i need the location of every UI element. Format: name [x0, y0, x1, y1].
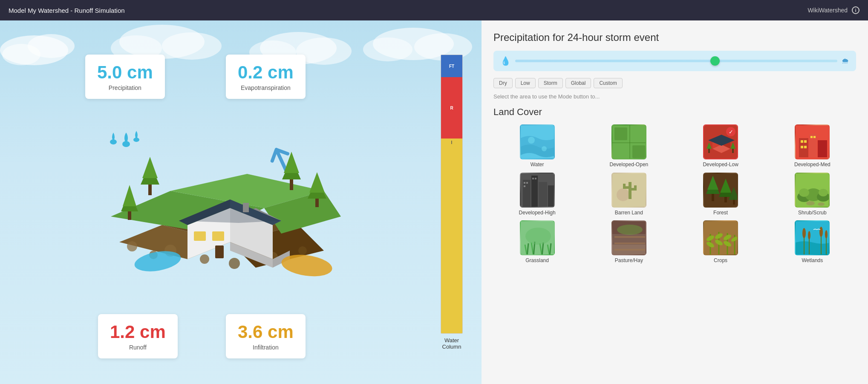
svg-rect-96	[629, 182, 632, 199]
right-panel: Precipitation for 24-hour storm event 💧 …	[482, 20, 868, 384]
svg-rect-49	[194, 231, 206, 241]
crops-tile-svg	[704, 221, 738, 255]
svg-rect-52	[243, 203, 249, 212]
wc-i-segment: I	[441, 139, 462, 333]
label-developed-open: Developed-Open	[610, 162, 649, 168]
land-cover-item-barren-land[interactable]: Barren Land	[585, 173, 672, 217]
land-cover-title: Land Cover	[493, 107, 856, 118]
grassland-tile-svg	[521, 221, 555, 255]
land-cover-item-developed-high[interactable]: Developed-High	[493, 173, 581, 217]
svg-rect-76	[809, 134, 817, 157]
runoff-value: 1.2 cm	[110, 322, 166, 342]
tab-storm[interactable]: Storm	[538, 78, 563, 88]
shrub-tile-svg	[796, 173, 830, 208]
runoff-label: Runoff	[110, 344, 166, 351]
runoff-card: 1.2 cm Runoff	[98, 314, 178, 358]
info-icon[interactable]: i	[852, 6, 859, 14]
svg-rect-92	[532, 178, 534, 179]
svg-point-25	[229, 258, 240, 269]
label-barren-land: Barren Land	[615, 210, 643, 217]
label-crops: Crops	[714, 257, 727, 264]
svg-rect-50	[212, 231, 224, 241]
svg-point-95	[617, 188, 629, 201]
land-cover-thumb-pasture-hay	[611, 220, 646, 255]
land-cover-thumb-grassland	[520, 220, 555, 255]
precip-section-title: Precipitation for 24-hour storm event	[493, 31, 856, 44]
app-header: Model My Watershed - Runoff Simulation W…	[0, 0, 868, 20]
land-cover-item-shrub-scrub[interactable]: Shrub/Scrub	[769, 173, 856, 217]
water-column-label: WaterColumn	[442, 337, 461, 350]
svg-rect-71	[708, 149, 710, 153]
svg-point-58	[528, 137, 535, 144]
dev-med-tile-svg	[796, 125, 830, 159]
land-cover-thumb-crops	[703, 220, 738, 255]
wetlands-tile-svg	[796, 221, 830, 255]
water-tile-svg	[521, 125, 555, 159]
svg-rect-85	[523, 180, 531, 208]
land-cover-item-developed-low[interactable]: ✓ Developed-Low	[677, 124, 764, 168]
svg-point-127	[525, 228, 551, 245]
precipitation-slider-track[interactable]	[515, 60, 837, 62]
svg-rect-61	[614, 127, 627, 140]
app-title: Model My Watershed - Runoff Simulation	[9, 7, 125, 14]
land-cover-thumb-developed-low: ✓	[703, 124, 738, 159]
infiltration-card: 3.6 cm Infiltration	[226, 314, 306, 358]
svg-marker-34	[142, 157, 158, 178]
heavy-rain-icon: 🌧	[842, 57, 849, 66]
land-cover-thumb-developed-open	[611, 124, 646, 159]
svg-rect-81	[804, 146, 807, 148]
main-layout: 5.0 cm Precipitation 0.2 cm Evapotranspi…	[0, 20, 868, 384]
svg-point-114	[799, 188, 809, 197]
svg-point-156	[825, 230, 828, 239]
svg-rect-87	[539, 182, 547, 208]
barren-tile-svg	[612, 173, 646, 208]
tab-low[interactable]: Low	[515, 78, 536, 88]
svg-point-21	[127, 241, 137, 251]
label-shrub-scrub: Shrub/Scrub	[798, 210, 827, 217]
land-cover-item-wetlands[interactable]: Wetlands	[769, 220, 856, 264]
land-cover-item-pasture-hay[interactable]: Pasture/Hay	[585, 220, 672, 264]
slider-thumb[interactable]	[710, 56, 720, 66]
svg-rect-51	[215, 245, 224, 258]
water-column-bar: FT R I	[441, 55, 463, 334]
svg-rect-75	[799, 138, 808, 157]
svg-rect-77	[818, 140, 827, 157]
svg-rect-88	[548, 185, 554, 208]
land-cover-item-forest[interactable]: Forest	[677, 173, 764, 217]
svg-rect-91	[524, 185, 525, 187]
precipitation-slider-container: 💧 🌧	[493, 51, 856, 71]
precipitation-value: 5.0 cm	[97, 62, 153, 83]
svg-rect-90	[526, 182, 528, 184]
precipitation-label: Precipitation	[97, 84, 153, 91]
svg-point-2	[28, 34, 75, 58]
land-cover-item-crops[interactable]: Crops	[677, 220, 764, 264]
simulation-panel: 5.0 cm Precipitation 0.2 cm Evapotranspi…	[0, 20, 482, 384]
storm-tabs-row: Dry Low Storm Global Custom	[493, 78, 856, 88]
svg-rect-93	[535, 178, 536, 179]
infiltration-value: 3.6 cm	[238, 322, 294, 342]
land-cover-item-water[interactable]: Water	[493, 124, 581, 168]
wc-ft-segment: FT	[441, 55, 462, 77]
svg-marker-37	[123, 185, 136, 206]
svg-rect-80	[801, 146, 803, 148]
svg-rect-62	[632, 145, 645, 158]
rain-drop-icon: 💧	[500, 56, 511, 66]
tab-dry[interactable]: Dry	[493, 78, 513, 88]
svg-point-150	[802, 228, 806, 238]
land-cover-grid: Water Developed-Open	[493, 124, 856, 264]
land-cover-thumb-shrub-scrub	[795, 173, 830, 208]
svg-point-10	[363, 38, 412, 61]
svg-rect-78	[801, 140, 803, 143]
land-cover-item-developed-med[interactable]: Developed-Med	[769, 124, 856, 168]
evapotranspiration-label: Evapotranspiration	[238, 84, 294, 91]
tab-global[interactable]: Global	[565, 78, 591, 88]
land-cover-item-grassland[interactable]: Grassland	[493, 220, 581, 264]
tab-custom[interactable]: Custom	[594, 78, 622, 88]
wiki-label[interactable]: WikiWatershed	[807, 7, 848, 14]
label-developed-low: Developed-Low	[703, 162, 738, 168]
land-cover-item-developed-open[interactable]: Developed-Open	[585, 124, 672, 168]
isometric-scene	[85, 106, 366, 285]
svg-rect-79	[804, 140, 807, 143]
svg-rect-82	[810, 136, 813, 138]
label-forest: Forest	[713, 210, 728, 217]
